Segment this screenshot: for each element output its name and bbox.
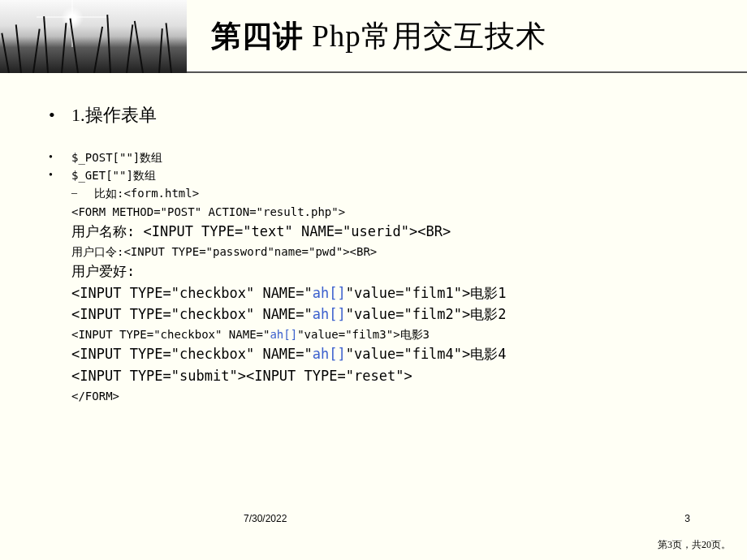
bullet-section-1: • 1.操作表单: [49, 102, 706, 128]
cb2-highlight: ah[]: [313, 304, 346, 325]
slide-title: 第四讲 Php常用交互技术: [211, 16, 747, 57]
bullet-get: • $_GET[""]数组: [49, 167, 706, 183]
footer-date: 7/30/2022: [244, 513, 287, 524]
cb3-suffix: "value="film3">电影3: [297, 326, 430, 342]
bullet-icon: •: [49, 149, 71, 166]
slide-content: • 1.操作表单 • $_POST[""]数组 • $_GET[""]数组 – …: [0, 73, 747, 404]
code-form-open: <FORM METHOD="POST" ACTION="result.php">: [49, 204, 706, 220]
bullet-post: • $_POST[""]数组: [49, 149, 706, 166]
bullet-icon: •: [49, 167, 71, 183]
cb4-suffix: "value="film4">电影4: [346, 344, 507, 364]
get-array-text: $_GET[""]数组: [71, 167, 156, 183]
code-checkbox-3: <INPUT TYPE="checkbox" NAME="ah[]"value=…: [49, 326, 706, 342]
cb1-highlight: ah[]: [313, 283, 346, 304]
code-checkbox-4: <INPUT TYPE="checkbox" NAME="ah[]"value=…: [49, 344, 706, 364]
code-checkbox-1: <INPUT TYPE="checkbox" NAME="ah[]"value=…: [49, 283, 706, 304]
code-form-close: </FORM>: [49, 388, 706, 404]
grass-silhouette: [0, 28, 187, 73]
cb3-highlight: ah[]: [270, 326, 297, 342]
code-submit-reset: <INPUT TYPE="submit"><INPUT TYPE="reset"…: [49, 366, 706, 386]
cb2-suffix: "value="film2">电影2: [346, 304, 507, 325]
cb2-prefix: <INPUT TYPE="checkbox" NAME=": [71, 304, 313, 325]
slide-header: 第四讲 Php常用交互技术: [0, 0, 747, 73]
title-area: 第四讲 Php常用交互技术: [187, 16, 747, 57]
title-bold: 第四讲: [211, 19, 304, 53]
cb4-prefix: <INPUT TYPE="checkbox" NAME=": [71, 344, 313, 364]
cb1-suffix: "value="film1">电影1: [346, 283, 507, 304]
cb4-highlight: ah[]: [313, 344, 346, 364]
footer-page-info: 第3页，共20页。: [658, 538, 731, 552]
sub-bullet-example: – 比如:<form.html>: [49, 185, 706, 201]
code-hobby-label: 用户爱好:: [49, 261, 706, 282]
post-array-text: $_POST[""]数组: [71, 149, 162, 166]
dash-icon: –: [71, 185, 94, 201]
example-label: 比如:<form.html>: [94, 185, 199, 201]
code-password: 用户口令:<INPUT TYPE="password"name="pwd"><B…: [49, 243, 706, 260]
section-1-text: 1.操作表单: [71, 102, 157, 128]
bullet-icon: •: [49, 102, 71, 128]
footer-slide-number: 3: [684, 513, 690, 524]
code-checkbox-2: <INPUT TYPE="checkbox" NAME="ah[]"value=…: [49, 304, 706, 325]
cb1-prefix: <INPUT TYPE="checkbox" NAME=": [71, 283, 313, 304]
title-rest: Php常用交互技术: [304, 19, 546, 53]
cb3-prefix: <INPUT TYPE="checkbox" NAME=": [71, 326, 270, 342]
title-underline: [187, 71, 747, 73]
code-username: 用户名称: <INPUT TYPE="text" NAME="userid"><…: [49, 222, 706, 242]
header-decorative-image: [0, 0, 187, 73]
